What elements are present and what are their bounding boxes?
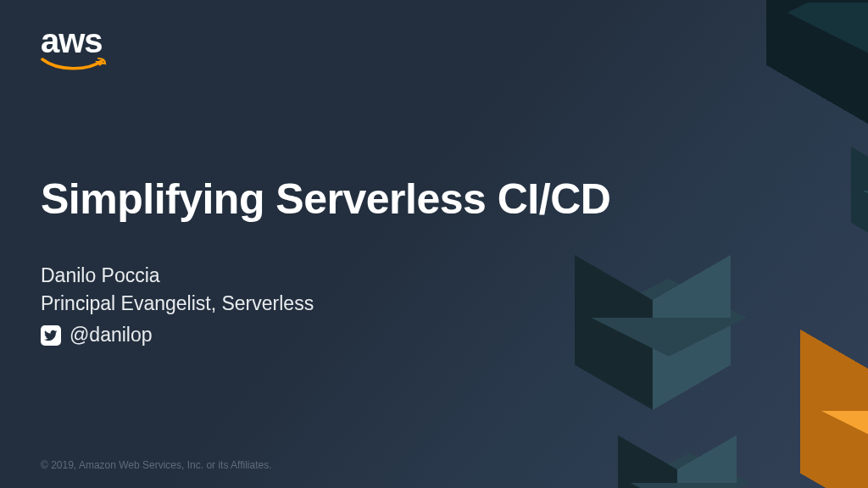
speaker-twitter: @danilop xyxy=(41,324,314,347)
speaker-role: Principal Evangelist, Serverless xyxy=(41,292,314,315)
aws-logo: aws xyxy=(41,24,108,75)
presentation-title: Simplifying Serverless CI/CD xyxy=(41,175,610,224)
title-slide: aws Simplifying Serverless CI/CD Danilo … xyxy=(0,0,868,488)
copyright-notice: © 2019, Amazon Web Services, Inc. or its… xyxy=(41,459,272,471)
twitter-handle: @danilop xyxy=(70,324,153,347)
speaker-name: Danilo Poccia xyxy=(41,264,314,287)
speaker-info: Danilo Poccia Principal Evangelist, Serv… xyxy=(41,264,314,347)
twitter-icon xyxy=(41,325,61,346)
aws-logo-text: aws xyxy=(41,24,108,58)
